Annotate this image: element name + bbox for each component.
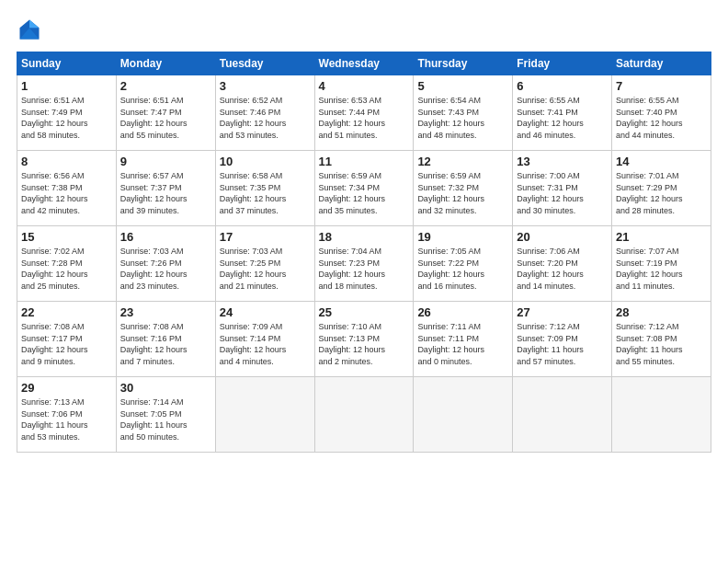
calendar-cell: 9Sunrise: 6:57 AM Sunset: 7:37 PM Daylig… — [116, 151, 215, 226]
day-number: 10 — [220, 155, 311, 168]
day-number: 20 — [517, 230, 608, 244]
day-number: 22 — [21, 305, 112, 319]
calendar-cell: 29Sunrise: 7:13 AM Sunset: 7:06 PM Dayli… — [17, 377, 117, 453]
week-row-1: 1Sunrise: 6:51 AM Sunset: 7:49 PM Daylig… — [17, 75, 711, 151]
day-detail: Sunrise: 6:51 AM Sunset: 7:49 PM Dayligh… — [21, 95, 112, 141]
day-number: 6 — [517, 79, 608, 93]
calendar-cell: 18Sunrise: 7:04 AM Sunset: 7:23 PM Dayli… — [314, 226, 414, 302]
day-number: 4 — [319, 79, 410, 93]
weekday-header-monday: Monday — [116, 52, 215, 75]
calendar-table: SundayMondayTuesdayWednesdayThursdayFrid… — [17, 52, 711, 453]
day-number: 23 — [120, 305, 211, 319]
week-row-3: 15Sunrise: 7:02 AM Sunset: 7:28 PM Dayli… — [17, 226, 711, 302]
calendar-body: 1Sunrise: 6:51 AM Sunset: 7:49 PM Daylig… — [17, 75, 711, 453]
day-number: 25 — [319, 305, 410, 319]
day-detail: Sunrise: 7:00 AM Sunset: 7:31 PM Dayligh… — [517, 170, 608, 216]
day-detail: Sunrise: 7:01 AM Sunset: 7:29 PM Dayligh… — [616, 170, 707, 216]
day-detail: Sunrise: 6:51 AM Sunset: 7:47 PM Dayligh… — [120, 95, 211, 141]
day-detail: Sunrise: 7:02 AM Sunset: 7:28 PM Dayligh… — [21, 246, 112, 292]
day-number: 29 — [21, 381, 112, 395]
logo-icon — [17, 17, 42, 42]
weekday-header-saturday: Saturday — [612, 52, 711, 75]
day-detail: Sunrise: 7:05 AM Sunset: 7:22 PM Dayligh… — [417, 246, 508, 292]
day-number: 13 — [517, 155, 608, 168]
day-number: 19 — [417, 230, 508, 244]
calendar-cell: 12Sunrise: 6:59 AM Sunset: 7:32 PM Dayli… — [414, 151, 513, 226]
calendar-cell — [513, 377, 612, 453]
day-number: 9 — [120, 155, 211, 168]
day-detail: Sunrise: 6:56 AM Sunset: 7:38 PM Dayligh… — [21, 170, 112, 216]
week-row-4: 22Sunrise: 7:08 AM Sunset: 7:17 PM Dayli… — [17, 302, 711, 377]
day-detail: Sunrise: 6:53 AM Sunset: 7:44 PM Dayligh… — [319, 95, 410, 141]
weekday-header-friday: Friday — [513, 52, 612, 75]
svg-marker-1 — [29, 20, 40, 29]
day-number: 15 — [21, 230, 112, 244]
day-detail: Sunrise: 6:52 AM Sunset: 7:46 PM Dayligh… — [220, 95, 311, 141]
calendar-cell: 17Sunrise: 7:03 AM Sunset: 7:25 PM Dayli… — [215, 226, 314, 302]
day-detail: Sunrise: 6:55 AM Sunset: 7:40 PM Dayligh… — [616, 95, 707, 141]
calendar-cell: 11Sunrise: 6:59 AM Sunset: 7:34 PM Dayli… — [314, 151, 414, 226]
day-number: 12 — [417, 155, 508, 168]
calendar-cell — [215, 377, 314, 453]
calendar-cell: 27Sunrise: 7:12 AM Sunset: 7:09 PM Dayli… — [513, 302, 612, 377]
day-detail: Sunrise: 7:13 AM Sunset: 7:06 PM Dayligh… — [21, 396, 112, 442]
logo — [17, 17, 46, 42]
day-detail: Sunrise: 6:58 AM Sunset: 7:35 PM Dayligh… — [220, 170, 311, 216]
calendar-cell: 13Sunrise: 7:00 AM Sunset: 7:31 PM Dayli… — [513, 151, 612, 226]
calendar-cell — [612, 377, 711, 453]
day-detail: Sunrise: 6:54 AM Sunset: 7:43 PM Dayligh… — [417, 95, 508, 141]
calendar-cell: 30Sunrise: 7:14 AM Sunset: 7:05 PM Dayli… — [116, 377, 215, 453]
calendar-cell: 26Sunrise: 7:11 AM Sunset: 7:11 PM Dayli… — [414, 302, 513, 377]
day-number: 5 — [417, 79, 508, 93]
day-number: 14 — [616, 155, 707, 168]
calendar-cell: 1Sunrise: 6:51 AM Sunset: 7:49 PM Daylig… — [17, 75, 117, 151]
weekday-header-thursday: Thursday — [414, 52, 513, 75]
calendar-cell — [314, 377, 414, 453]
calendar-page: SundayMondayTuesdayWednesdayThursdayFrid… — [0, 0, 728, 563]
calendar-cell: 3Sunrise: 6:52 AM Sunset: 7:46 PM Daylig… — [215, 75, 314, 151]
day-number: 7 — [616, 79, 707, 93]
weekday-header-wednesday: Wednesday — [314, 52, 414, 75]
day-number: 17 — [220, 230, 311, 244]
day-detail: Sunrise: 7:09 AM Sunset: 7:14 PM Dayligh… — [220, 321, 311, 367]
day-number: 21 — [616, 230, 707, 244]
day-number: 28 — [616, 305, 707, 319]
weekday-header-row: SundayMondayTuesdayWednesdayThursdayFrid… — [17, 52, 711, 75]
day-number: 1 — [21, 79, 112, 93]
day-detail: Sunrise: 7:10 AM Sunset: 7:13 PM Dayligh… — [319, 321, 410, 367]
calendar-cell: 21Sunrise: 7:07 AM Sunset: 7:19 PM Dayli… — [612, 226, 711, 302]
calendar-cell: 8Sunrise: 6:56 AM Sunset: 7:38 PM Daylig… — [17, 151, 117, 226]
day-number: 16 — [120, 230, 211, 244]
calendar-cell: 6Sunrise: 6:55 AM Sunset: 7:41 PM Daylig… — [513, 75, 612, 151]
calendar-cell: 16Sunrise: 7:03 AM Sunset: 7:26 PM Dayli… — [116, 226, 215, 302]
day-detail: Sunrise: 7:06 AM Sunset: 7:20 PM Dayligh… — [517, 246, 608, 292]
day-detail: Sunrise: 7:03 AM Sunset: 7:25 PM Dayligh… — [220, 246, 311, 292]
day-detail: Sunrise: 7:12 AM Sunset: 7:09 PM Dayligh… — [517, 321, 608, 367]
day-number: 30 — [120, 381, 211, 395]
day-detail: Sunrise: 6:55 AM Sunset: 7:41 PM Dayligh… — [517, 95, 608, 141]
calendar-cell: 28Sunrise: 7:12 AM Sunset: 7:08 PM Dayli… — [612, 302, 711, 377]
calendar-cell: 25Sunrise: 7:10 AM Sunset: 7:13 PM Dayli… — [314, 302, 414, 377]
day-detail: Sunrise: 7:14 AM Sunset: 7:05 PM Dayligh… — [120, 396, 211, 442]
day-number: 2 — [120, 79, 211, 93]
calendar-cell: 2Sunrise: 6:51 AM Sunset: 7:47 PM Daylig… — [116, 75, 215, 151]
day-detail: Sunrise: 6:59 AM Sunset: 7:34 PM Dayligh… — [319, 170, 410, 216]
calendar-cell: 14Sunrise: 7:01 AM Sunset: 7:29 PM Dayli… — [612, 151, 711, 226]
calendar-cell: 5Sunrise: 6:54 AM Sunset: 7:43 PM Daylig… — [414, 75, 513, 151]
day-detail: Sunrise: 7:12 AM Sunset: 7:08 PM Dayligh… — [616, 321, 707, 367]
calendar-cell: 10Sunrise: 6:58 AM Sunset: 7:35 PM Dayli… — [215, 151, 314, 226]
day-number: 24 — [220, 305, 311, 319]
calendar-cell: 4Sunrise: 6:53 AM Sunset: 7:44 PM Daylig… — [314, 75, 414, 151]
day-detail: Sunrise: 7:03 AM Sunset: 7:26 PM Dayligh… — [120, 246, 211, 292]
day-detail: Sunrise: 7:04 AM Sunset: 7:23 PM Dayligh… — [319, 246, 410, 292]
week-row-2: 8Sunrise: 6:56 AM Sunset: 7:38 PM Daylig… — [17, 151, 711, 226]
week-row-5: 29Sunrise: 7:13 AM Sunset: 7:06 PM Dayli… — [17, 377, 711, 453]
day-detail: Sunrise: 7:11 AM Sunset: 7:11 PM Dayligh… — [417, 321, 508, 367]
day-detail: Sunrise: 7:07 AM Sunset: 7:19 PM Dayligh… — [616, 246, 707, 292]
calendar-cell: 22Sunrise: 7:08 AM Sunset: 7:17 PM Dayli… — [17, 302, 117, 377]
calendar-cell: 7Sunrise: 6:55 AM Sunset: 7:40 PM Daylig… — [612, 75, 711, 151]
day-detail: Sunrise: 7:08 AM Sunset: 7:17 PM Dayligh… — [21, 321, 112, 367]
calendar-cell — [414, 377, 513, 453]
day-number: 11 — [319, 155, 410, 168]
day-number: 18 — [319, 230, 410, 244]
